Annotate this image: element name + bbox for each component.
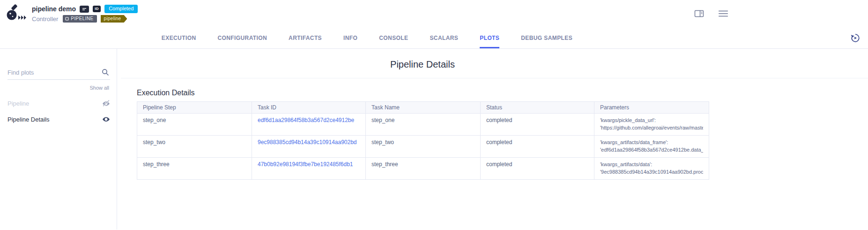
id-badge[interactable]: ID bbox=[93, 6, 101, 12]
eye-icon[interactable] bbox=[102, 116, 110, 123]
auto-refresh-icon[interactable] bbox=[850, 33, 861, 45]
tab-plots[interactable]: PLOTS bbox=[480, 27, 499, 48]
task-id-link[interactable]: 47b0b92e98194f3fbe7be192485f6db1 bbox=[258, 161, 353, 168]
cell-parameters: 'kwargs/pickle_data_url': 'https://githu… bbox=[594, 114, 709, 136]
experiment-title-block: pipeline demo ID Completed Controller PI… bbox=[32, 5, 138, 23]
tabs-bar: EXECUTION CONFIGURATION ARTIFACTS INFO C… bbox=[0, 27, 868, 49]
page-title: Pipeline Details bbox=[137, 59, 708, 70]
system-tag-pipeline: PIPELINE bbox=[63, 15, 96, 23]
cell-status: completed bbox=[481, 157, 594, 179]
find-plots-input[interactable] bbox=[7, 67, 110, 80]
table-row: step_two 9ec988385cd94b14a39c10914aa902b… bbox=[137, 135, 709, 157]
cell-status: completed bbox=[481, 135, 594, 157]
experiment-title: pipeline demo bbox=[32, 5, 76, 13]
description-icon[interactable] bbox=[80, 6, 89, 13]
table-row: step_three 47b0b92e98194f3fbe7be192485f6… bbox=[137, 157, 709, 179]
col-header-status: Status bbox=[481, 102, 594, 114]
plots-sidebar: Show all Pipeline Pipeline Details bbox=[0, 49, 117, 230]
execution-details-table: Pipeline Step Task ID Task Name Status P… bbox=[137, 101, 709, 180]
tag-icon bbox=[65, 17, 69, 21]
experiment-subtitle: Controller bbox=[32, 15, 58, 23]
tab-artifacts[interactable]: ARTIFACTS bbox=[289, 27, 322, 48]
cell-pipeline-step: step_one bbox=[137, 114, 252, 136]
top-header: pipeline demo ID Completed Controller PI… bbox=[0, 0, 868, 27]
cell-parameters: 'kwargs_artifacts/data': '9ec988385cd94b… bbox=[594, 157, 709, 179]
col-header-pipeline-step: Pipeline Step bbox=[137, 102, 252, 114]
search-icon[interactable] bbox=[102, 69, 109, 78]
eye-off-icon[interactable] bbox=[102, 100, 110, 107]
cell-task-id: edf6d1aa29864f58b3a567d2ce4912be bbox=[252, 114, 366, 136]
tab-scalars[interactable]: SCALARS bbox=[430, 27, 458, 48]
cell-pipeline-step: step_three bbox=[137, 157, 252, 179]
plots-main-panel: Pipeline Details Execution Details Pipel… bbox=[117, 49, 868, 230]
parameters-line: 'kwargs_artifacts/data_frame': bbox=[600, 139, 703, 146]
col-header-parameters: Parameters bbox=[594, 102, 709, 114]
table-header-row: Pipeline Step Task ID Task Name Status P… bbox=[137, 102, 709, 114]
cell-task-id: 47b0b92e98194f3fbe7be192485f6db1 bbox=[252, 157, 366, 179]
section-title: Execution Details bbox=[137, 89, 868, 97]
tab-debug-samples[interactable]: DEBUG SAMPLES bbox=[521, 27, 572, 48]
system-tag-label: PIPELINE bbox=[71, 16, 93, 21]
hamburger-menu-icon[interactable] bbox=[718, 10, 728, 17]
table-row: step_one edf6d1aa29864f58b3a567d2ce4912b… bbox=[137, 114, 709, 136]
details-panel-icon[interactable] bbox=[694, 9, 704, 18]
show-all-link[interactable]: Show all bbox=[7, 85, 109, 91]
parameters-line: 'edf6d1aa29864f58b3a567d2ce4912be.data_f… bbox=[600, 146, 703, 154]
cell-pipeline-step: step_two bbox=[137, 135, 252, 157]
status-badge: Completed bbox=[104, 5, 138, 13]
parameters-line: '9ec988385cd94b14a39c10914aa902bd.proces… bbox=[600, 169, 703, 176]
task-id-link[interactable]: edf6d1aa29864f58b3a567d2ce4912be bbox=[258, 117, 354, 123]
cell-task-name: step_two bbox=[366, 135, 481, 157]
user-tag-pipeline[interactable]: pipeline bbox=[101, 15, 127, 23]
sidebar-item-label: Pipeline bbox=[7, 100, 29, 107]
clearml-logo[interactable] bbox=[5, 3, 29, 24]
sidebar-item-label: Pipeline Details bbox=[7, 116, 50, 123]
cell-parameters: 'kwargs_artifacts/data_frame': 'edf6d1aa… bbox=[594, 135, 709, 157]
cell-task-name: step_three bbox=[366, 157, 481, 179]
cell-status: completed bbox=[481, 114, 594, 136]
parameters-line: 'kwargs_artifacts/data': bbox=[600, 161, 703, 169]
sidebar-item-pipeline[interactable]: Pipeline bbox=[7, 95, 110, 111]
cell-task-name: step_one bbox=[366, 114, 481, 136]
tab-info[interactable]: INFO bbox=[343, 27, 357, 48]
tab-execution[interactable]: EXECUTION bbox=[162, 27, 196, 48]
tab-console[interactable]: CONSOLE bbox=[379, 27, 408, 48]
col-header-task-id: Task ID bbox=[252, 102, 366, 114]
tab-configuration[interactable]: CONFIGURATION bbox=[217, 27, 267, 48]
parameters-line: 'kwargs/pickle_data_url': bbox=[600, 117, 703, 124]
parameters-line: 'https://github.com/allegroai/events/raw… bbox=[600, 124, 703, 132]
execution-details-section: Execution Details Pipeline Step Task ID … bbox=[137, 89, 868, 180]
cell-task-id: 9ec988385cd94b14a39c10914aa902bd bbox=[252, 135, 366, 157]
task-id-link[interactable]: 9ec988385cd94b14a39c10914aa902bd bbox=[258, 139, 357, 146]
divider bbox=[121, 78, 868, 78]
sidebar-item-pipeline-details[interactable]: Pipeline Details bbox=[7, 111, 110, 127]
col-header-task-name: Task Name bbox=[366, 102, 481, 114]
